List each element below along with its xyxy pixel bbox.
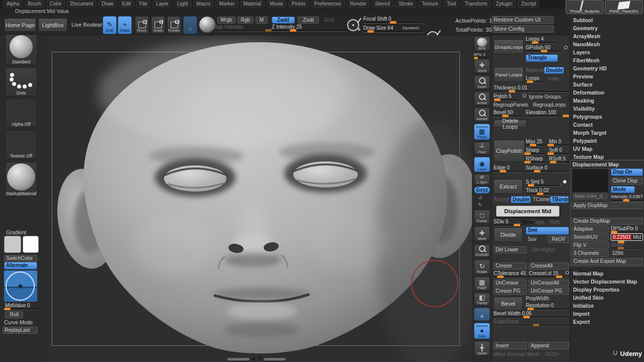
ghost-button[interactable]: ●: [474, 308, 490, 321]
home-page-button[interactable]: Home Page: [4, 18, 36, 32]
dpsubpix-slider[interactable]: DPSubPix 0: [611, 226, 643, 233]
suv-toggle[interactable]: Suv: [528, 236, 536, 242]
edge-slider[interactable]: Edge 0: [494, 165, 524, 172]
curve-mode-button[interactable]: Curve Mode: [4, 319, 33, 325]
palette-section[interactable]: Import: [571, 310, 643, 318]
crease-lvl-slider[interactable]: CreaseLvl 15: [529, 270, 564, 278]
zoom3d-button[interactable]: Zoom3D: [474, 244, 490, 257]
bevel-width-slider[interactable]: Bevel Width 0.05: [494, 311, 569, 318]
palette-section[interactable]: Vector Displacement Map: [571, 278, 643, 286]
rsoft-slider[interactable]: RSoft 5: [549, 156, 569, 163]
disp-intensity-slider[interactable]: Intensity 0.0367: [611, 194, 644, 201]
h-scrollbar-right[interactable]: [264, 358, 286, 360]
menu-item[interactable]: Brush: [25, 1, 45, 8]
brush-selector[interactable]: Standard: [5, 34, 37, 65]
stroke-type-button[interactable]: ○: [183, 16, 197, 34]
loops-slider[interactable]: Loops 4: [526, 36, 556, 43]
uncrease-button[interactable]: UnCrease: [494, 280, 527, 287]
zsub-button[interactable]: Zsub: [298, 17, 319, 24]
ignore-groups-toggle[interactable]: Ignore Groups: [529, 94, 561, 100]
menu-item[interactable]: Preferences: [311, 1, 345, 8]
mrgb-button[interactable]: Mrgb: [217, 17, 235, 24]
viewport-canvas[interactable]: [48, 35, 472, 362]
double-extract-toggle[interactable]: Double: [511, 196, 531, 203]
rotate-cw-icon[interactable]: ↻: [478, 202, 482, 207]
menu-item[interactable]: Tool: [443, 1, 459, 8]
palette-section[interactable]: Normal Map: [571, 269, 643, 278]
uncrease-pg-button[interactable]: UnCrease PG: [529, 288, 569, 295]
clay-polish-button[interactable]: ClayPolish: [494, 140, 525, 162]
zadd-button[interactable]: Zadd: [272, 17, 295, 24]
lightbox-button[interactable]: LightBox: [38, 18, 67, 32]
crease-button[interactable]: Crease: [494, 262, 527, 269]
tcorner-toggle[interactable]: TCorne: [533, 197, 549, 202]
regroup-loops-button[interactable]: RegroupLoops: [533, 102, 566, 108]
spix-slider[interactable]: SPix 3: [473, 52, 491, 59]
menu-item[interactable]: Transform: [461, 1, 491, 8]
delete-loops-button[interactable]: Delete Loops: [494, 120, 527, 128]
thick-slider[interactable]: Thick 0.02: [526, 188, 566, 195]
restore-custom-ui-button[interactable]: Restore Custom UI: [492, 16, 554, 24]
palette-section[interactable]: UV Map: [571, 145, 643, 153]
alpha-selector[interactable]: Alpha Off: [5, 99, 37, 128]
min-slider[interactable]: Min 0: [549, 139, 569, 146]
create-dispmap-button[interactable]: Create DispMap: [572, 218, 643, 225]
palette-section[interactable]: Contact: [571, 121, 643, 129]
actual-button[interactable]: Actual: [474, 92, 490, 106]
roll-button[interactable]: Roll: [5, 311, 23, 318]
divide-button[interactable]: Divide: [494, 227, 523, 242]
palette-section[interactable]: FiberMesh: [571, 56, 643, 64]
h-scrollbar-left[interactable]: [227, 358, 250, 360]
inner-toggle[interactable]: Inner: [548, 76, 559, 81]
solo-button[interactable]: Dynamic ● Solo: [474, 323, 490, 339]
alternate-button[interactable]: Alternate: [4, 262, 37, 269]
ssmt-radio[interactable]: [563, 180, 567, 184]
palette-section[interactable]: Preview: [571, 72, 643, 80]
edge-sharp-slider[interactable]: EdgeSharp: [494, 319, 569, 326]
menu-item[interactable]: Color: [46, 1, 65, 8]
del-higher-button[interactable]: Del Higher: [532, 247, 555, 252]
m-button[interactable]: M: [256, 17, 268, 24]
palette-section[interactable]: Masking: [571, 97, 643, 105]
del-lower-button[interactable]: Del Lower: [494, 246, 527, 253]
palette-section[interactable]: Geometry HD: [571, 64, 643, 72]
double-toggle[interactable]: Double: [544, 67, 564, 74]
ctolerance-slider[interactable]: CTolerance 45: [494, 270, 527, 278]
palette-section[interactable]: Subtool: [571, 16, 643, 24]
palette-section[interactable]: Deformation: [571, 88, 643, 97]
bpr-button[interactable]: BPR: [474, 36, 490, 51]
displacement-map-header[interactable]: Displacement Map: [571, 160, 644, 169]
move-view-button[interactable]: ✚ Move: [474, 226, 490, 241]
polish-slider[interactable]: Polish 5: [494, 94, 522, 101]
menu-item[interactable]: Stencil: [371, 1, 393, 8]
frame-button[interactable]: □ Frame: [474, 210, 490, 224]
draw-button[interactable]: + Draw: [118, 16, 132, 34]
regroup-panels-button[interactable]: RegroupPanels: [494, 102, 528, 108]
thickness-slider[interactable]: Thickness 0.01: [494, 85, 569, 92]
rgb-intensity-slider[interactable]: Rgb Intensity: [214, 24, 270, 31]
apply-dispmap-button[interactable]: Apply DispMap: [572, 202, 643, 209]
make-boolean-mesh-button[interactable]: Make Boolean Mesh: [494, 351, 539, 357]
groups-loops-button[interactable]: GroupsLoops: [494, 39, 524, 54]
surface-slider[interactable]: Surface 0: [526, 165, 569, 172]
insert-button[interactable]: Insert: [494, 342, 527, 349]
menu-item[interactable]: Macro: [193, 1, 214, 8]
menu-item[interactable]: Document: [67, 1, 97, 8]
palette-section[interactable]: Geometry: [571, 24, 643, 32]
palette-section[interactable]: Unified Skin: [571, 294, 643, 302]
smt-toggle[interactable]: Smt: [526, 227, 569, 235]
ssmt-slider[interactable]: S Smt 5: [526, 179, 561, 186]
gpolish-slider[interactable]: GPolish 50: [526, 45, 562, 52]
palette-section[interactable]: Initialize: [571, 302, 643, 310]
displacement-thumbnail[interactable]: Base Color_G: [572, 168, 609, 201]
bevel-button[interactable]: Bevel: [494, 297, 523, 311]
polish-radio[interactable]: [523, 94, 526, 98]
zoom-button[interactable]: Zoom: [474, 75, 490, 89]
z-intensity-slider[interactable]: Z Intensity 25: [272, 24, 347, 31]
scroll-arrows[interactable]: [251, 357, 263, 360]
material-sphere[interactable]: [199, 17, 215, 33]
menu-item[interactable]: Texture: [418, 1, 442, 8]
rotate-view-button[interactable]: ↻ Rotate: [474, 259, 490, 275]
dsdiv-button[interactable]: DSDiv: [545, 351, 559, 357]
polyframe-button[interactable]: ▦ PolyF: [474, 277, 490, 291]
